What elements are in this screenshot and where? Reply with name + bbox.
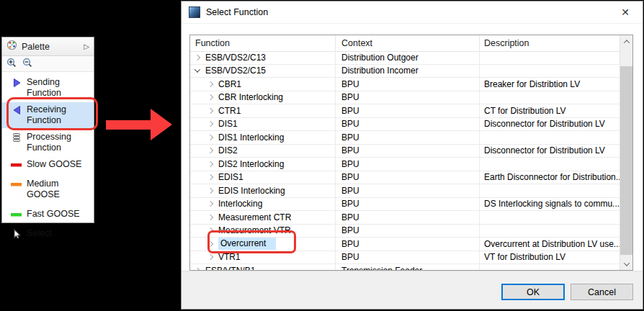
function-cell[interactable]: VTR1 (190, 251, 335, 264)
description-cell[interactable] (479, 264, 620, 270)
tree-chevron-icon[interactable] (194, 55, 200, 60)
function-cell[interactable]: DIS2 Interlocking (190, 158, 335, 171)
function-name[interactable]: DIS1 (218, 119, 238, 129)
table-row[interactable]: EDIS InterlockingBPU (190, 184, 620, 198)
table-row[interactable]: InterlockingBPUDS Interlocking signals t… (190, 198, 620, 212)
function-cell[interactable]: Measurement CTR (190, 211, 335, 224)
function-name[interactable]: Interlocking (218, 199, 262, 209)
palette-item-receiving-function[interactable]: Receiving Function (2, 102, 94, 128)
description-cell[interactable]: Overcurrent at Distribution LV use... (479, 238, 620, 251)
description-cell[interactable] (479, 184, 620, 197)
palette-item-fast-goose[interactable]: Fast GOOSE (2, 207, 94, 222)
function-cell[interactable]: EDIS1 (190, 171, 335, 184)
table-row[interactable]: DIS2 InterlockingBPU (190, 158, 620, 171)
function-cell[interactable]: ESB/VTN/B1 (190, 264, 335, 270)
context-cell[interactable]: BPU (335, 184, 479, 197)
tree-chevron-icon[interactable] (194, 67, 200, 73)
function-name[interactable]: DIS2 (218, 145, 238, 156)
tree-chevron-icon[interactable] (207, 108, 213, 114)
description-cell[interactable]: CT for Distribution LV (479, 104, 620, 117)
description-cell[interactable] (479, 131, 620, 144)
palette-item-slow-goose[interactable]: Slow GOOSE (2, 157, 94, 172)
table-row[interactable]: VTR1BPUVT for Distribution LV (190, 251, 620, 265)
function-name[interactable]: EDIS Interlocking (218, 186, 285, 196)
zoom-out-icon[interactable] (22, 58, 32, 71)
description-cell[interactable] (479, 91, 620, 104)
description-cell[interactable]: Earth Disconnector for Distribution... (479, 171, 620, 184)
function-cell[interactable]: DIS1 (190, 118, 335, 131)
tree-chevron-icon[interactable] (207, 227, 213, 233)
function-cell[interactable]: CTR1 (190, 104, 335, 117)
table-row[interactable]: OvercurrentBPUOvercurrent at Distributio… (190, 238, 620, 251)
function-name[interactable]: DIS1 Interlocking (218, 132, 284, 143)
description-cell[interactable] (479, 225, 620, 238)
scroll-up-icon[interactable] (620, 35, 632, 48)
tree-chevron-icon[interactable] (207, 254, 213, 260)
context-cell[interactable]: BPU (335, 225, 479, 238)
cancel-button[interactable]: Cancel (571, 284, 633, 300)
table-row[interactable]: DIS1 InterlockingBPU (190, 131, 620, 145)
context-cell[interactable]: BPU (335, 131, 479, 144)
context-cell[interactable]: BPU (335, 238, 479, 251)
context-cell[interactable]: BPU (335, 251, 479, 264)
function-cell[interactable]: Overcurrent (190, 238, 335, 251)
zoom-in-icon[interactable] (6, 58, 17, 71)
scroll-down-icon[interactable] (620, 258, 632, 270)
function-name[interactable]: EDIS1 (218, 172, 243, 182)
table-row[interactable]: CTR1BPUCT for Distribution LV (190, 104, 620, 118)
table-row[interactable]: EDIS1BPUEarth Disconnector for Distribut… (190, 171, 620, 185)
tree-chevron-icon[interactable] (207, 201, 213, 207)
context-cell[interactable]: BPU (335, 91, 479, 104)
function-cell[interactable]: EDIS Interlocking (190, 184, 335, 197)
vertical-scrollbar[interactable] (620, 35, 632, 270)
palette-item-medium-goose[interactable]: Medium GOOSE (2, 176, 94, 202)
description-cell[interactable] (479, 51, 620, 64)
function-name[interactable]: CBR1 (218, 79, 241, 89)
table-row[interactable]: DIS2BPUDisconnector for Distribution LV (190, 145, 620, 158)
description-cell[interactable] (479, 65, 620, 78)
table-row[interactable]: ESB/VTN/B1Transmission Feeder (190, 264, 620, 270)
tree-chevron-icon[interactable] (207, 174, 213, 180)
tree-chevron-icon[interactable] (207, 215, 213, 220)
tree-chevron-icon[interactable] (207, 81, 213, 87)
table-row[interactable]: CBR InterlockingBPU (190, 91, 620, 105)
function-name[interactable]: ESB/VDS2/C13 (205, 53, 266, 63)
description-cell[interactable]: VT for Distribution LV (479, 251, 620, 264)
function-cell[interactable]: DIS2 (190, 145, 335, 158)
context-cell[interactable]: BPU (335, 104, 479, 117)
function-name[interactable]: Overcurrent (218, 238, 276, 250)
function-name[interactable]: ESB/VTN/B1 (205, 266, 255, 270)
column-header-context[interactable]: Context (335, 35, 479, 51)
description-cell[interactable]: Breaker for Distribtion LV (479, 78, 620, 91)
function-name[interactable]: VTR1 (218, 252, 241, 262)
scrollbar-thumb[interactable] (620, 66, 632, 255)
function-cell[interactable]: CBR Interlocking (190, 91, 335, 104)
context-cell[interactable]: Distribution Outgoer (335, 51, 479, 64)
close-icon[interactable]: ✕ (618, 6, 632, 19)
tree-chevron-icon[interactable] (207, 121, 213, 127)
table-row[interactable]: Measurement CTRBPU (190, 211, 620, 225)
function-cell[interactable]: Measurement VTR (190, 225, 335, 238)
context-cell[interactable]: BPU (335, 171, 479, 184)
tree-chevron-icon[interactable] (194, 268, 200, 270)
function-cell[interactable]: CBR1 (190, 78, 335, 91)
function-cell[interactable]: ESB/VDS2/C15 (190, 65, 335, 78)
context-cell[interactable]: Distribution Incomer (335, 65, 479, 78)
palette-item-sending-function[interactable]: Sending Function (2, 75, 94, 101)
function-cell[interactable]: DIS1 Interlocking (190, 131, 335, 144)
tree-chevron-icon[interactable] (207, 135, 213, 140)
tree-chevron-icon[interactable] (207, 148, 213, 153)
description-cell[interactable]: DS Interlocking signals to commu... (479, 198, 620, 211)
palette-item-processing-function[interactable]: Processing Function (2, 130, 94, 156)
tree-chevron-icon[interactable] (207, 161, 213, 167)
function-name[interactable]: Measurement CTR (218, 212, 291, 222)
table-row[interactable]: DIS1BPUDisconnector for Distribution LV (190, 118, 620, 132)
context-cell[interactable]: BPU (335, 198, 479, 211)
context-cell[interactable]: BPU (335, 118, 479, 131)
function-name[interactable]: Measurement VTR (218, 225, 291, 235)
tree-chevron-icon[interactable] (207, 94, 213, 100)
panel-expand-icon[interactable]: ▷ (84, 42, 89, 50)
function-name[interactable]: CBR Interlocking (218, 92, 283, 102)
description-cell[interactable] (479, 211, 620, 224)
description-cell[interactable]: Disconnector for Distribution LV (479, 118, 620, 131)
